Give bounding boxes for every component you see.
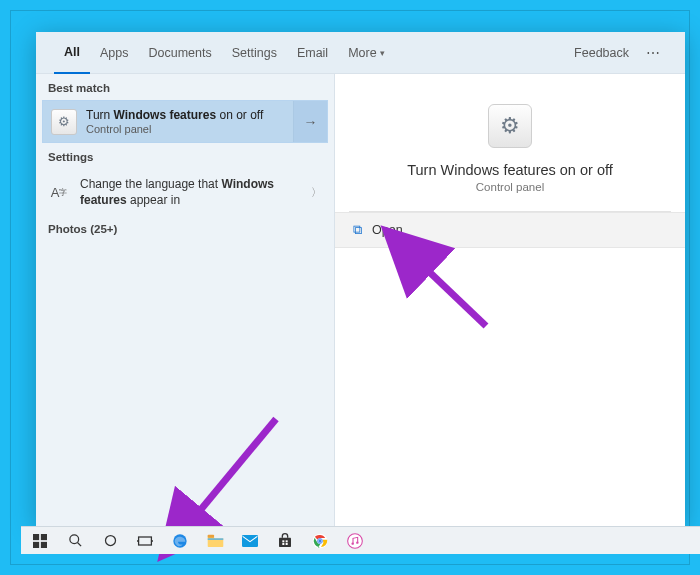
taskbar-file-explorer-icon[interactable] <box>198 527 232 555</box>
settings-section-label: Settings <box>36 143 334 169</box>
best-match-expand-button[interactable]: → <box>293 101 327 142</box>
tab-settings[interactable]: Settings <box>222 32 287 74</box>
start-button[interactable] <box>23 527 57 555</box>
language-icon: A字 <box>48 181 70 203</box>
svg-point-25 <box>348 533 363 548</box>
photos-section-label: Photos (25+) <box>36 215 334 243</box>
taskbar-store-icon[interactable] <box>268 527 302 555</box>
chevron-down-icon: ▾ <box>380 48 385 58</box>
svg-rect-3 <box>41 534 47 540</box>
preview-title: Turn Windows features on or off <box>387 162 633 178</box>
taskbar <box>21 526 700 554</box>
start-search-panel: All Apps Documents Settings Email More▾ … <box>36 32 685 526</box>
desktop-frame: All Apps Documents Settings Email More▾ … <box>10 10 690 565</box>
best-match-title: Turn Windows features on or off <box>86 108 263 122</box>
best-match-subtitle: Control panel <box>86 123 263 135</box>
svg-rect-9 <box>139 537 152 545</box>
open-label: Open <box>372 223 403 237</box>
svg-point-8 <box>105 536 115 546</box>
tab-more[interactable]: More▾ <box>338 32 394 74</box>
svg-point-27 <box>356 541 358 543</box>
svg-rect-2 <box>33 534 39 540</box>
svg-rect-4 <box>33 541 39 547</box>
svg-point-26 <box>351 542 353 544</box>
svg-rect-14 <box>207 538 223 539</box>
results-column: Best match ⚙ Turn Windows features on or… <box>36 74 334 526</box>
svg-rect-15 <box>242 535 258 547</box>
svg-rect-13 <box>207 535 213 538</box>
search-filter-tabs: All Apps Documents Settings Email More▾ … <box>36 32 685 74</box>
tab-documents[interactable]: Documents <box>138 32 221 74</box>
svg-rect-19 <box>282 543 284 545</box>
taskbar-mail-icon[interactable] <box>233 527 267 555</box>
control-panel-icon: ⚙ <box>51 109 77 135</box>
svg-line-7 <box>77 543 80 546</box>
best-match-label: Best match <box>36 74 334 100</box>
taskbar-chrome-icon[interactable] <box>303 527 337 555</box>
taskbar-search-button[interactable] <box>58 527 92 555</box>
svg-rect-20 <box>286 543 288 545</box>
svg-rect-16 <box>279 537 291 546</box>
tab-all[interactable]: All <box>54 32 90 74</box>
svg-rect-17 <box>282 540 284 542</box>
more-options-button[interactable]: ⋯ <box>639 45 667 61</box>
cortana-button[interactable] <box>93 527 127 555</box>
feedback-link[interactable]: Feedback <box>564 32 639 74</box>
svg-point-6 <box>69 535 78 544</box>
open-action[interactable]: ⧉ Open <box>335 212 685 248</box>
settings-result-text: Change the language that Windows feature… <box>80 176 301 208</box>
preview-icon: ⚙ <box>488 104 532 148</box>
task-view-button[interactable] <box>128 527 162 555</box>
tab-apps[interactable]: Apps <box>90 32 139 74</box>
settings-result-language[interactable]: A字 Change the language that Windows feat… <box>36 169 334 215</box>
preview-column: ⚙ Turn Windows features on or off Contro… <box>334 74 685 526</box>
taskbar-itunes-icon[interactable] <box>338 527 372 555</box>
taskbar-edge-icon[interactable] <box>163 527 197 555</box>
svg-point-24 <box>318 539 321 542</box>
tab-email[interactable]: Email <box>287 32 338 74</box>
best-match-main[interactable]: ⚙ Turn Windows features on or off Contro… <box>43 101 293 142</box>
open-icon: ⧉ <box>353 222 362 238</box>
svg-rect-5 <box>41 541 47 547</box>
best-match-result[interactable]: ⚙ Turn Windows features on or off Contro… <box>42 100 328 143</box>
chevron-right-icon: 〉 <box>311 185 322 200</box>
preview-subtitle: Control panel <box>476 181 544 193</box>
svg-rect-18 <box>286 540 288 542</box>
